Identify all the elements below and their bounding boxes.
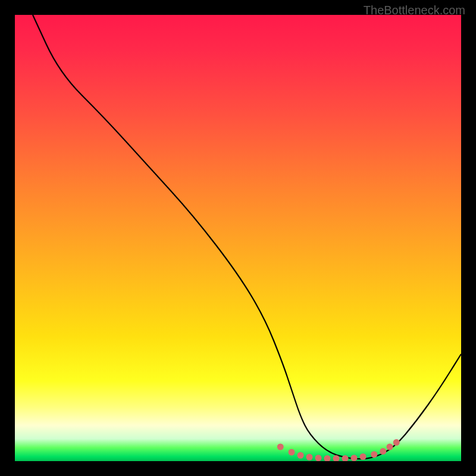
annotation-dot bbox=[306, 454, 313, 461]
annotation-dot bbox=[298, 452, 304, 459]
annotation-dot bbox=[380, 448, 386, 455]
chart-container: TheBottleneck.com bbox=[0, 0, 476, 476]
plot-area bbox=[15, 15, 461, 461]
dots-layer bbox=[15, 15, 461, 461]
annotation-dot bbox=[324, 455, 331, 461]
annotation-dot bbox=[393, 439, 400, 446]
annotation-dot bbox=[371, 451, 377, 458]
annotation-dot bbox=[351, 455, 358, 461]
annotation-dot bbox=[387, 444, 393, 450]
annotation-dots bbox=[277, 439, 400, 461]
annotation-dot bbox=[277, 444, 284, 450]
annotation-dot bbox=[289, 449, 295, 456]
annotation-dot bbox=[333, 455, 340, 461]
annotation-dot bbox=[360, 453, 367, 460]
annotation-dot bbox=[315, 455, 322, 461]
annotation-dot bbox=[342, 455, 349, 461]
